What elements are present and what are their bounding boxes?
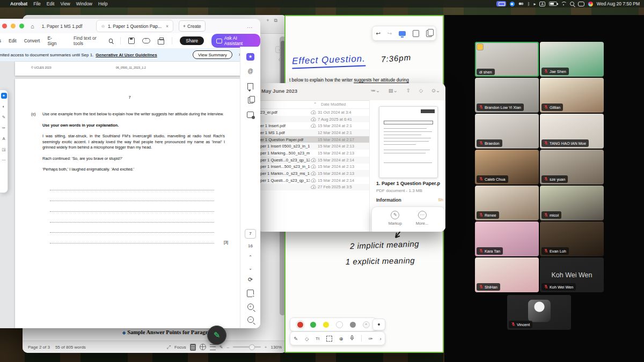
upload-cloud-icon[interactable] [142, 38, 150, 43]
zoom-slider[interactable] [233, 346, 261, 348]
participant-tile[interactable]: Jae Shen [540, 42, 604, 77]
file-row[interactable]: per 1 Questi...0_s23_qp_13.pdf15 Mar 202… [257, 177, 369, 184]
text-tool-icon[interactable]: Tt [316, 336, 319, 341]
file-row[interactable]: per 1 Questi...0_s23_qp_12.pdf15 Mar 202… [257, 157, 369, 164]
color-swatch[interactable] [297, 322, 303, 328]
color-swatch[interactable] [323, 322, 329, 328]
close-tab-icon[interactable]: × [166, 24, 169, 29]
battery-icon[interactable] [549, 2, 557, 6]
tag-icon[interactable]: ◇ [419, 87, 423, 93]
group-view-icon[interactable]: ▤⌄ [389, 87, 398, 93]
zoom-app-icon[interactable] [510, 2, 515, 6]
color-swatch[interactable] [350, 322, 356, 328]
more-tools-chevron-icon[interactable]: › [379, 336, 381, 342]
refresh-icon[interactable]: ⟳ [248, 276, 253, 283]
pages-panel-icon[interactable] [248, 97, 253, 104]
app-menu[interactable]: Acrobat [10, 1, 27, 6]
zoom-slider-knob[interactable] [249, 344, 255, 350]
menu-item-view[interactable]: View [60, 1, 70, 6]
add-icon[interactable]: + [266, 18, 269, 24]
menu-item-file[interactable]: File [33, 1, 41, 6]
close-window-button[interactable] [2, 24, 7, 28]
file-row[interactable]: 23_er.pdf31 Oct 2024 at 3:4 [257, 109, 369, 116]
more-tools-icon[interactable]: ⋯ [1, 157, 7, 163]
file-row[interactable]: 27 Feb 2025 at 3:5 [257, 184, 369, 191]
find-tools-button[interactable]: Find text or tools [74, 35, 113, 46]
markup-action[interactable]: ✎Markup [389, 211, 402, 232]
minimize-window-button[interactable] [11, 24, 16, 28]
selected-tool-icon[interactable]: ✦ [1, 93, 7, 99]
sort-arrow-icon[interactable]: ⌃ [313, 102, 317, 107]
file-row[interactable]: er 1 MS 1.pdf12 Mar 2024 at 2:1 [257, 129, 369, 136]
page-up-icon[interactable]: ⌃ [248, 255, 252, 260]
finder-column-header[interactable]: ⌃ Date Modified [257, 100, 369, 109]
export-page-icon[interactable] [413, 30, 419, 37]
participant-tile[interactable]: Braedon [475, 114, 539, 149]
file-row[interactable]: er 1 Question Paper.pdf15 Mar 2024 at 2:… [257, 136, 369, 143]
add-color-button[interactable]: + [363, 321, 370, 328]
file-row[interactable]: per 1 Markin...0_s23_ms_13.pdf15 Mar 202… [257, 170, 369, 177]
comment-tool-icon[interactable]: ◐ [1, 104, 7, 109]
zoom-minus[interactable]: – [226, 345, 229, 350]
comments-icon[interactable]: @ [247, 68, 253, 76]
control-center-icon[interactable] [578, 2, 584, 6]
file-row[interactable]: per 1 Marking...500_s23_ms_12.pdf15 Mar … [257, 150, 369, 157]
stamp-icon[interactable] [247, 112, 254, 118]
participant-tile[interactable]: di shen [475, 42, 539, 77]
participant-tile[interactable]: Koh Wei WenKoh Wei Wen [540, 257, 604, 292]
menu-item-window[interactable]: Window [76, 1, 92, 6]
pdf-thumbnail[interactable] [379, 106, 438, 178]
draw-pencil-icon[interactable]: ✎ [294, 336, 298, 342]
ai-assistant-icon[interactable]: ★ [246, 53, 254, 61]
participant-tile[interactable]: Vincent [507, 295, 571, 330]
menu-bar-clock[interactable]: Wed Aug 20 7:50 PM [597, 1, 640, 6]
user-switcher-icon[interactable] [588, 2, 593, 6]
list-view-icon[interactable]: ≔⌄ [370, 87, 379, 93]
file-row[interactable]: per 1 Insert 0500_s23_in_12.pdf15 Mar 20… [257, 143, 369, 150]
focus-expand-icon[interactable]: ⤢ [167, 344, 171, 350]
word-count[interactable]: 55 of 805 words [55, 345, 86, 350]
view-summary-button[interactable]: View Summary [193, 50, 232, 59]
color-swatch[interactable] [310, 322, 316, 328]
insert-icon[interactable]: ⊕ [339, 336, 343, 342]
zoom-percentage[interactable]: 130% [271, 345, 282, 350]
text-tool-icon[interactable]: A [1, 136, 7, 142]
zoom-plus[interactable]: + [265, 345, 267, 350]
screen-monitor-icon[interactable] [399, 31, 406, 36]
eraser-icon[interactable]: ◇ [305, 336, 309, 342]
undo-icon[interactable]: ↩ [376, 31, 380, 36]
stroke-size-button[interactable] [372, 319, 385, 330]
tab-paper1-question[interactable]: ☆ 1. Paper 1 Question Pap... × [96, 20, 173, 32]
redo-icon[interactable]: ↪ [387, 31, 392, 36]
home-icon[interactable]: ⌂ [31, 23, 34, 29]
participant-tile[interactable]: TANG HAO IAN Moe [540, 114, 604, 149]
edit-button[interactable]: Edit [9, 38, 17, 43]
pen-view-icon[interactable]: ✎ [219, 345, 223, 350]
brush-icon[interactable]: ✑ [369, 336, 373, 342]
show-more-link[interactable]: Sh [438, 197, 443, 202]
word-page-status[interactable]: Page 2 of 3 [28, 345, 50, 350]
zoom-out-icon[interactable]: − [247, 316, 254, 323]
color-swatch[interactable] [336, 321, 343, 328]
file-row[interactable]: er 1 Insert.pdf15 Mar 2024 at 2:1 [257, 122, 369, 129]
file-row[interactable]: 7 Aug 2025 at 6:41 [257, 116, 369, 123]
file-row[interactable]: per 1 Insert...500_s23_in_13.pdf15 Mar 2… [257, 164, 369, 171]
stamp-tool-icon[interactable]: ◳ [1, 146, 7, 152]
ask-ai-assistant-button[interactable]: Ask AI Assistant [211, 34, 260, 48]
participant-tile[interactable]: ShiHan [475, 257, 539, 292]
ai-guidelines-link[interactable]: Generative AI User Guidelines [96, 53, 157, 57]
convert-button[interactable]: Convert [24, 38, 40, 43]
copy-page-icon[interactable] [426, 30, 432, 37]
screen-share-icon[interactable] [496, 1, 506, 6]
word-ribbon-icons[interactable]: +⧉ [266, 18, 277, 24]
share-button[interactable]: Share [180, 36, 204, 45]
create-tab-button[interactable]: +Create [179, 20, 205, 32]
zoom-in-icon[interactable]: + [247, 304, 254, 310]
web-layout-icon[interactable] [200, 344, 206, 350]
star-icon[interactable]: ☆ [101, 24, 105, 29]
page-down-icon[interactable]: ⌄ [248, 266, 252, 271]
status-icons-cluster[interactable] [518, 2, 524, 6]
menu-item-edit[interactable]: Edit [47, 1, 55, 6]
participant-tile[interactable]: Gillian [540, 78, 604, 113]
print-layout-icon[interactable] [190, 344, 196, 351]
